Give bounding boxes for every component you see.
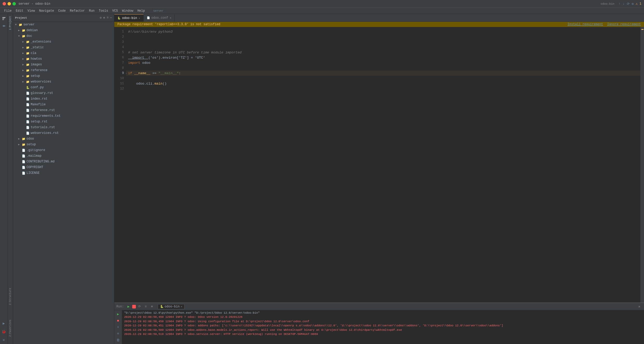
run-filter-button[interactable]: ≡	[143, 304, 148, 309]
run-side-play-button[interactable]: ▶	[115, 311, 121, 317]
run-side-scroll-button[interactable]: ⬇	[115, 324, 121, 330]
warning-actions: Install requirement Ignore requirement	[568, 23, 641, 26]
menu-run[interactable]: Run	[87, 9, 97, 13]
line-num-6: 6	[114, 55, 126, 60]
run-play-button[interactable]: ▶	[126, 304, 131, 309]
tree-file-glossary-rst[interactable]: ▶ 📄 glossary.rst	[13, 90, 114, 96]
tree-file-tutorials-rst[interactable]: ▶ 📄 tutorials.rst	[13, 125, 114, 130]
menu-navigate[interactable]: Navigate	[37, 9, 56, 13]
tab-odoo-conf-close[interactable]: ✕	[170, 16, 171, 19]
code-editor[interactable]: 1 2 3 4 5 6 7 8 9 10 11 12 #!/usr/bin/en…	[114, 27, 644, 302]
collapse-icon[interactable]: ≡	[107, 16, 109, 20]
tree-folder-odoo[interactable]: ▶ 📁 odoo	[13, 136, 114, 142]
line-num-9: 9	[114, 71, 126, 76]
code-line-3	[126, 39, 640, 45]
code-content[interactable]: #!/usr/bin/env python3 # set server time…	[126, 27, 640, 302]
tree-folder-setup[interactable]: ▶ 📁 setup	[13, 73, 114, 79]
run-stop-button[interactable]	[132, 305, 136, 308]
line-num-5: 5	[114, 50, 126, 55]
tree-folder-setup-root[interactable]: ▶ 📁 setup	[13, 142, 114, 147]
tree-folder-howtos[interactable]: ▶ 📁 howtos	[13, 56, 114, 62]
close-button[interactable]	[3, 2, 6, 5]
window-controls[interactable]	[3, 2, 16, 5]
menu-code[interactable]: Code	[56, 9, 68, 13]
settings-icon[interactable]: ⚙	[632, 2, 634, 6]
project-icon[interactable]	[1, 16, 7, 22]
vcs-update-icon[interactable]: ↑	[619, 2, 621, 6]
tree-file-contributing[interactable]: ▶ 📄 CONTRIBUTING.md	[13, 159, 114, 164]
menu-tools[interactable]: Tools	[97, 9, 110, 13]
file-tree-header: Project ⚙ ⊛ ≡ ⋯	[13, 14, 114, 22]
favorites-panel-label[interactable]: 2:Favorites	[8, 318, 12, 339]
tree-file-license[interactable]: ▶ 📄 LICENSE	[13, 170, 114, 176]
tree-folder-webservices[interactable]: ▶ 📁 webservices	[13, 79, 114, 85]
run-rerun-button[interactable]: ⟳	[137, 304, 142, 309]
more-options-icon[interactable]: ⋯	[110, 16, 112, 20]
tree-file-index-rst[interactable]: ▶ 📄 index.rst	[13, 96, 114, 102]
tree-folder-server[interactable]: ▼ 📁 server	[13, 22, 114, 27]
tab-odoo-bin[interactable]: 🐍 odoo-bin ✕	[114, 14, 144, 22]
menu-refactor[interactable]: Refactor	[68, 9, 87, 13]
terminal-icon[interactable]: ⊞	[1, 337, 7, 343]
settings-gear-icon[interactable]: ⚙	[100, 16, 102, 20]
app-title: server - odoo-bin	[18, 2, 50, 6]
tree-file-copyright[interactable]: ▶ 📄 COPYRIGHT	[13, 164, 114, 170]
minimize-button[interactable]	[8, 2, 11, 5]
menu-vcs[interactable]: VCS	[110, 9, 120, 13]
ignore-requirement-link[interactable]: Ignore requirement	[607, 23, 641, 26]
tree-folder-static[interactable]: ▶ 📁 _static	[13, 45, 114, 50]
vcs-refresh-icon[interactable]: ⟳	[627, 2, 630, 6]
run-output[interactable]: "D:\project\Odoo 12.0\python\python.exe"…	[122, 310, 644, 344]
line-num-2: 2	[114, 34, 126, 39]
structure-panel-label[interactable]: 2:Structure	[8, 286, 12, 307]
branch-indicator[interactable]: odoo-bin	[599, 2, 616, 6]
debug-icon[interactable]: 🐞	[1, 328, 7, 335]
tree-file-setup-rst[interactable]: ▶ 📄 setup.rst	[13, 119, 114, 125]
tree-folder-cla[interactable]: ▶ 📁 cla	[13, 50, 114, 56]
tree-folder-images[interactable]: ▶ 📁 images	[13, 62, 114, 67]
tree-file-makefile[interactable]: ▶ 📄 Makefile	[13, 102, 114, 107]
line-num-12: 12	[114, 86, 126, 91]
run-settings-button[interactable]: ⊕	[149, 304, 155, 309]
tree-file-gitignore[interactable]: ▶ 📄 .gitignore	[13, 147, 114, 153]
run-tab-odoo-bin[interactable]: 🐍 odoo-bin ✕	[158, 304, 185, 309]
run-side-filter-button[interactable]: ≡	[115, 331, 121, 336]
tree-file-conf-py[interactable]: ▶ 🐍 conf.py	[13, 85, 114, 90]
run-arrow-icon: ▶	[126, 72, 127, 75]
tree-folder-debian[interactable]: ▶ 📁 debian	[13, 27, 114, 33]
run-command-line: "D:\project\Odoo 12.0\python\python.exe"…	[124, 311, 642, 314]
tree-folder-reference[interactable]: ▶ 📁 reference	[13, 67, 114, 73]
tree-file-requirements-txt[interactable]: ▶ 📄 requirements.txt	[13, 113, 114, 119]
tab-odoo-conf[interactable]: 📄 odoo.conf ✕	[144, 14, 175, 22]
menu-window[interactable]: Window	[120, 9, 135, 13]
run-panel-close-icon[interactable]: ✕	[637, 304, 642, 309]
menu-help[interactable]: Help	[135, 9, 147, 13]
tree-file-mailmap[interactable]: ▶ 📄 .mailmap	[13, 153, 114, 159]
maximize-button[interactable]	[12, 2, 16, 5]
menu-view[interactable]: View	[25, 9, 37, 13]
code-line-7: import odoo	[126, 60, 640, 65]
tree-folder-doc[interactable]: ▼ 📁 doc	[13, 33, 114, 39]
run-side-trash-button[interactable]: 🗑	[115, 337, 121, 343]
run-panel: Run: ▶ ⟳ ≡ ⊕ 🐍 odoo-bin ✕ ✕	[114, 302, 644, 344]
tree-file-webservices-rst[interactable]: ▶ 📄 webservices.rst	[13, 130, 114, 136]
log-line-2: 2020-12-29 02:08:58,450 12964 INFO ? odo…	[124, 319, 642, 324]
run-icon[interactable]: ▶	[1, 320, 7, 326]
commit-icon[interactable]	[1, 23, 7, 29]
project-panel-label[interactable]: 1:Project	[8, 14, 12, 32]
scroll-from-source-icon[interactable]: ⊛	[103, 16, 105, 20]
vcs-fetch-icon[interactable]: ↓	[623, 2, 625, 6]
tab-odoo-bin-close[interactable]: ✕	[139, 17, 140, 20]
menu-edit[interactable]: Edit	[14, 9, 25, 13]
editor-area: 🐍 odoo-bin ✕ 📄 odoo.conf ✕ Package requi…	[114, 14, 644, 344]
install-requirement-link[interactable]: Install requirement	[568, 23, 603, 26]
line-num-8: 8	[114, 65, 126, 71]
run-label: Run:	[116, 305, 124, 308]
run-tab-close[interactable]: ✕	[181, 305, 182, 308]
menu-file[interactable]: File	[2, 9, 14, 13]
tab-bar: 🐍 odoo-bin ✕ 📄 odoo.conf ✕	[114, 14, 644, 22]
tree-file-reference-rst[interactable]: ▶ 📄 reference.rst	[13, 107, 114, 113]
run-side-stop-button[interactable]: ■	[115, 318, 121, 324]
tree-folder-extensions[interactable]: ▶ 📁 _extensions	[13, 39, 114, 45]
file-tree-actions: ⚙ ⊛ ≡ ⋯	[100, 16, 112, 20]
